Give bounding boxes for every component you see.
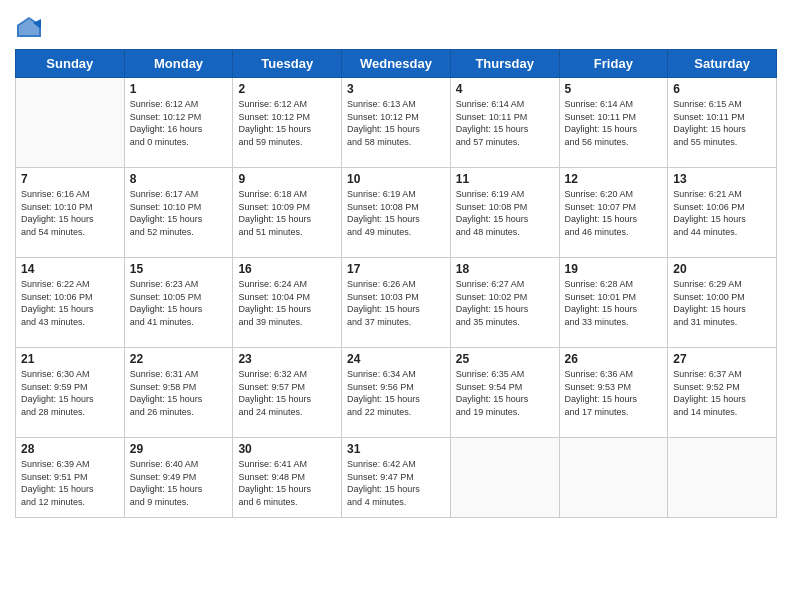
day-number: 28 — [21, 442, 119, 456]
day-info: Sunrise: 6:42 AM Sunset: 9:47 PM Dayligh… — [347, 458, 445, 508]
day-number: 9 — [238, 172, 336, 186]
day-header-monday: Monday — [124, 50, 233, 78]
day-info: Sunrise: 6:12 AM Sunset: 10:12 PM Daylig… — [130, 98, 228, 148]
day-cell-28: 28Sunrise: 6:39 AM Sunset: 9:51 PM Dayli… — [16, 438, 125, 518]
day-cell-empty-4-5 — [559, 438, 668, 518]
day-info: Sunrise: 6:19 AM Sunset: 10:08 PM Daylig… — [456, 188, 554, 238]
day-number: 30 — [238, 442, 336, 456]
day-cell-31: 31Sunrise: 6:42 AM Sunset: 9:47 PM Dayli… — [342, 438, 451, 518]
day-info: Sunrise: 6:17 AM Sunset: 10:10 PM Daylig… — [130, 188, 228, 238]
day-number: 18 — [456, 262, 554, 276]
day-cell-18: 18Sunrise: 6:27 AM Sunset: 10:02 PM Dayl… — [450, 258, 559, 348]
day-cell-empty-0-0 — [16, 78, 125, 168]
day-info: Sunrise: 6:28 AM Sunset: 10:01 PM Daylig… — [565, 278, 663, 328]
day-info: Sunrise: 6:15 AM Sunset: 10:11 PM Daylig… — [673, 98, 771, 148]
calendar-table: SundayMondayTuesdayWednesdayThursdayFrid… — [15, 49, 777, 518]
week-row-3: 21Sunrise: 6:30 AM Sunset: 9:59 PM Dayli… — [16, 348, 777, 438]
day-number: 26 — [565, 352, 663, 366]
page: SundayMondayTuesdayWednesdayThursdayFrid… — [0, 0, 792, 612]
day-info: Sunrise: 6:24 AM Sunset: 10:04 PM Daylig… — [238, 278, 336, 328]
day-number: 31 — [347, 442, 445, 456]
week-row-1: 7Sunrise: 6:16 AM Sunset: 10:10 PM Dayli… — [16, 168, 777, 258]
day-info: Sunrise: 6:18 AM Sunset: 10:09 PM Daylig… — [238, 188, 336, 238]
day-header-sunday: Sunday — [16, 50, 125, 78]
day-info: Sunrise: 6:19 AM Sunset: 10:08 PM Daylig… — [347, 188, 445, 238]
day-cell-5: 5Sunrise: 6:14 AM Sunset: 10:11 PM Dayli… — [559, 78, 668, 168]
day-number: 25 — [456, 352, 554, 366]
day-cell-2: 2Sunrise: 6:12 AM Sunset: 10:12 PM Dayli… — [233, 78, 342, 168]
day-cell-20: 20Sunrise: 6:29 AM Sunset: 10:00 PM Dayl… — [668, 258, 777, 348]
day-number: 10 — [347, 172, 445, 186]
day-cell-30: 30Sunrise: 6:41 AM Sunset: 9:48 PM Dayli… — [233, 438, 342, 518]
day-cell-25: 25Sunrise: 6:35 AM Sunset: 9:54 PM Dayli… — [450, 348, 559, 438]
day-cell-7: 7Sunrise: 6:16 AM Sunset: 10:10 PM Dayli… — [16, 168, 125, 258]
day-number: 7 — [21, 172, 119, 186]
day-cell-4: 4Sunrise: 6:14 AM Sunset: 10:11 PM Dayli… — [450, 78, 559, 168]
day-number: 8 — [130, 172, 228, 186]
day-info: Sunrise: 6:22 AM Sunset: 10:06 PM Daylig… — [21, 278, 119, 328]
day-number: 24 — [347, 352, 445, 366]
day-info: Sunrise: 6:32 AM Sunset: 9:57 PM Dayligh… — [238, 368, 336, 418]
day-cell-26: 26Sunrise: 6:36 AM Sunset: 9:53 PM Dayli… — [559, 348, 668, 438]
day-info: Sunrise: 6:36 AM Sunset: 9:53 PM Dayligh… — [565, 368, 663, 418]
day-cell-empty-4-6 — [668, 438, 777, 518]
day-number: 5 — [565, 82, 663, 96]
day-header-thursday: Thursday — [450, 50, 559, 78]
day-info: Sunrise: 6:16 AM Sunset: 10:10 PM Daylig… — [21, 188, 119, 238]
day-cell-3: 3Sunrise: 6:13 AM Sunset: 10:12 PM Dayli… — [342, 78, 451, 168]
day-cell-8: 8Sunrise: 6:17 AM Sunset: 10:10 PM Dayli… — [124, 168, 233, 258]
logo — [15, 15, 47, 39]
day-number: 4 — [456, 82, 554, 96]
day-cell-14: 14Sunrise: 6:22 AM Sunset: 10:06 PM Dayl… — [16, 258, 125, 348]
day-number: 27 — [673, 352, 771, 366]
day-number: 20 — [673, 262, 771, 276]
day-cell-15: 15Sunrise: 6:23 AM Sunset: 10:05 PM Dayl… — [124, 258, 233, 348]
day-number: 6 — [673, 82, 771, 96]
day-info: Sunrise: 6:40 AM Sunset: 9:49 PM Dayligh… — [130, 458, 228, 508]
day-number: 12 — [565, 172, 663, 186]
day-number: 17 — [347, 262, 445, 276]
day-number: 22 — [130, 352, 228, 366]
day-header-tuesday: Tuesday — [233, 50, 342, 78]
day-cell-17: 17Sunrise: 6:26 AM Sunset: 10:03 PM Dayl… — [342, 258, 451, 348]
header — [15, 15, 777, 39]
day-info: Sunrise: 6:30 AM Sunset: 9:59 PM Dayligh… — [21, 368, 119, 418]
day-number: 14 — [21, 262, 119, 276]
day-cell-11: 11Sunrise: 6:19 AM Sunset: 10:08 PM Dayl… — [450, 168, 559, 258]
day-cell-10: 10Sunrise: 6:19 AM Sunset: 10:08 PM Dayl… — [342, 168, 451, 258]
day-info: Sunrise: 6:21 AM Sunset: 10:06 PM Daylig… — [673, 188, 771, 238]
day-number: 2 — [238, 82, 336, 96]
day-cell-6: 6Sunrise: 6:15 AM Sunset: 10:11 PM Dayli… — [668, 78, 777, 168]
header-row: SundayMondayTuesdayWednesdayThursdayFrid… — [16, 50, 777, 78]
day-header-friday: Friday — [559, 50, 668, 78]
day-info: Sunrise: 6:34 AM Sunset: 9:56 PM Dayligh… — [347, 368, 445, 418]
day-number: 13 — [673, 172, 771, 186]
day-header-saturday: Saturday — [668, 50, 777, 78]
day-number: 29 — [130, 442, 228, 456]
svg-marker-1 — [19, 19, 39, 35]
week-row-0: 1Sunrise: 6:12 AM Sunset: 10:12 PM Dayli… — [16, 78, 777, 168]
day-info: Sunrise: 6:26 AM Sunset: 10:03 PM Daylig… — [347, 278, 445, 328]
day-cell-16: 16Sunrise: 6:24 AM Sunset: 10:04 PM Dayl… — [233, 258, 342, 348]
day-info: Sunrise: 6:14 AM Sunset: 10:11 PM Daylig… — [456, 98, 554, 148]
day-cell-9: 9Sunrise: 6:18 AM Sunset: 10:09 PM Dayli… — [233, 168, 342, 258]
day-header-wednesday: Wednesday — [342, 50, 451, 78]
logo-icon — [15, 15, 43, 39]
day-number: 15 — [130, 262, 228, 276]
day-number: 3 — [347, 82, 445, 96]
day-number: 19 — [565, 262, 663, 276]
day-cell-27: 27Sunrise: 6:37 AM Sunset: 9:52 PM Dayli… — [668, 348, 777, 438]
day-info: Sunrise: 6:37 AM Sunset: 9:52 PM Dayligh… — [673, 368, 771, 418]
day-info: Sunrise: 6:35 AM Sunset: 9:54 PM Dayligh… — [456, 368, 554, 418]
day-info: Sunrise: 6:23 AM Sunset: 10:05 PM Daylig… — [130, 278, 228, 328]
day-info: Sunrise: 6:13 AM Sunset: 10:12 PM Daylig… — [347, 98, 445, 148]
day-number: 11 — [456, 172, 554, 186]
day-cell-13: 13Sunrise: 6:21 AM Sunset: 10:06 PM Dayl… — [668, 168, 777, 258]
day-number: 16 — [238, 262, 336, 276]
day-number: 1 — [130, 82, 228, 96]
day-info: Sunrise: 6:41 AM Sunset: 9:48 PM Dayligh… — [238, 458, 336, 508]
day-info: Sunrise: 6:20 AM Sunset: 10:07 PM Daylig… — [565, 188, 663, 238]
day-info: Sunrise: 6:14 AM Sunset: 10:11 PM Daylig… — [565, 98, 663, 148]
day-info: Sunrise: 6:31 AM Sunset: 9:58 PM Dayligh… — [130, 368, 228, 418]
day-cell-24: 24Sunrise: 6:34 AM Sunset: 9:56 PM Dayli… — [342, 348, 451, 438]
